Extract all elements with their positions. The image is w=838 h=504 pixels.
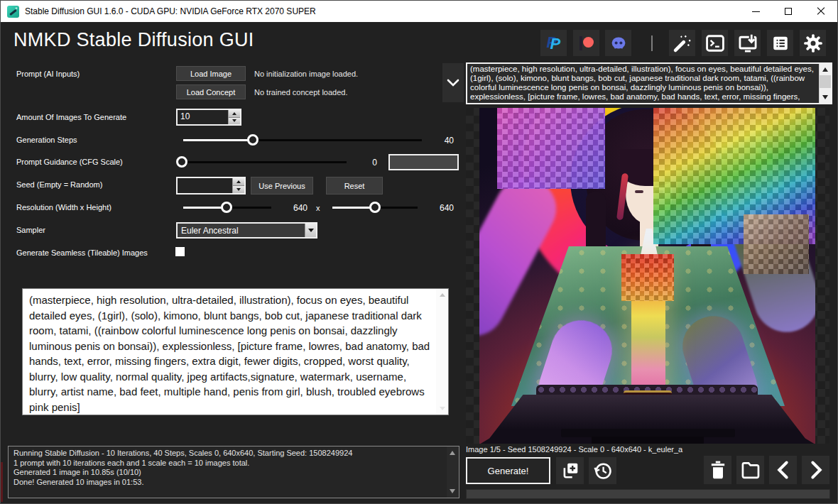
- down-arrow-icon: [232, 119, 236, 122]
- sampler-label: Sampler: [16, 226, 45, 234]
- prompt-history-box[interactable]: (masterpiece, high resolution, ultra-det…: [466, 62, 832, 104]
- history-scrollbar[interactable]: [819, 64, 831, 103]
- next-image-button[interactable]: [802, 456, 829, 484]
- sampler-dropdown[interactable]: Euler Ancestral: [176, 222, 317, 239]
- titlebar[interactable]: Stable Diffusion GUI 1.6.0 - CUDA GPU: N…: [1, 1, 837, 22]
- seed-spin-buttons: [232, 178, 244, 193]
- up-arrow-icon: [236, 180, 241, 183]
- cfg-slider[interactable]: [176, 156, 347, 168]
- prompt-scrollbar[interactable]: [436, 289, 448, 415]
- scroll-up-icon: [450, 451, 455, 455]
- up-arrow-icon: [232, 112, 236, 115]
- seed-value: [178, 178, 232, 193]
- copy-plus-icon: [561, 461, 579, 480]
- chevron-left-icon: [775, 460, 792, 480]
- steps-value: 40: [425, 136, 454, 146]
- seed-stepper[interactable]: [176, 177, 246, 195]
- dropdown-open-button[interactable]: [305, 224, 316, 237]
- generation-progress-bar: [466, 489, 830, 499]
- height-value: 640: [428, 203, 454, 213]
- steps-slider-thumb[interactable]: [247, 134, 259, 146]
- delete-image-button[interactable]: [704, 456, 731, 484]
- queue-list-icon: [771, 34, 790, 53]
- maximize-button[interactable]: [772, 1, 805, 22]
- height-slider[interactable]: [332, 202, 418, 214]
- image-info: Image 1/5 - Seed 1508249924 - Scale 0 - …: [466, 445, 682, 454]
- generated-image: [479, 108, 815, 444]
- scroll-up-icon: [440, 293, 445, 297]
- load-image-button[interactable]: Load Image: [176, 66, 246, 81]
- chevron-right-icon: [807, 460, 825, 480]
- paypal-icon: PP: [546, 35, 562, 52]
- minimize-button[interactable]: [739, 1, 772, 22]
- generate-button[interactable]: Generate!: [466, 457, 550, 484]
- model-download-icon: [738, 33, 758, 53]
- prompt-input[interactable]: (masterpiece, high resolution, ultra-det…: [22, 288, 449, 415]
- art-mosaic-top-left: [497, 108, 605, 189]
- cfg-value: 0: [352, 158, 377, 168]
- resolution-separator: x: [316, 204, 320, 212]
- height-track-filled: [332, 207, 375, 209]
- close-button[interactable]: [805, 1, 837, 22]
- scrollbar-thumb[interactable]: [820, 75, 831, 88]
- spin-down-button[interactable]: [229, 117, 240, 125]
- minimize-icon: [752, 11, 760, 12]
- log-scrollbar[interactable]: [447, 447, 459, 498]
- concept-status: No trained concept loaded.: [254, 88, 347, 97]
- discord-button[interactable]: [605, 30, 631, 56]
- post-process-button[interactable]: [669, 30, 695, 56]
- chevron-down-icon: [447, 79, 459, 87]
- maximize-icon: [785, 8, 792, 15]
- download-models-button[interactable]: [734, 30, 761, 56]
- log-line: 1 prompt with 10 iterations each and 1 s…: [13, 459, 442, 469]
- seamless-checkbox[interactable]: [175, 247, 185, 256]
- spin-up-button[interactable]: [229, 110, 240, 117]
- width-track-filled: [183, 207, 227, 209]
- history-button[interactable]: [589, 457, 616, 484]
- queue-button[interactable]: [767, 30, 793, 56]
- sampler-selected-value: Euler Ancestral: [178, 226, 305, 236]
- use-previous-seed-button[interactable]: Use Previous: [251, 177, 313, 195]
- log-line: Generated 1 image in 10.85s (10/10): [13, 468, 442, 478]
- patreon-button[interactable]: [573, 30, 599, 56]
- open-folder-button[interactable]: [736, 456, 764, 484]
- height-slider-thumb[interactable]: [369, 202, 381, 213]
- discord-icon: [610, 35, 627, 51]
- side-progress-sliver: [1, 462, 3, 502]
- collapse-panel-button[interactable]: [442, 63, 464, 102]
- cfg-label: Prompt Guidance (CFG Scale): [16, 158, 123, 166]
- art-mosaic-right: [744, 214, 809, 274]
- spin-down-button[interactable]: [233, 185, 244, 193]
- previous-image-button[interactable]: [769, 456, 797, 484]
- width-slider-thumb[interactable]: [221, 202, 232, 213]
- spin-up-button[interactable]: [233, 178, 244, 185]
- steps-track-filled: [183, 139, 253, 141]
- reset-seed-button[interactable]: Reset: [326, 177, 383, 195]
- trash-icon: [709, 460, 727, 480]
- load-concept-button[interactable]: Load Concept: [176, 84, 246, 99]
- steps-label: Generation Steps: [16, 136, 77, 144]
- image-viewer[interactable]: [466, 108, 829, 444]
- page-title: NMKD Stable Diffusion GUI: [13, 29, 254, 51]
- add-to-queue-button[interactable]: [556, 457, 584, 484]
- steps-slider[interactable]: [183, 134, 422, 146]
- seed-label: Seed (Empty = Random): [16, 180, 102, 189]
- console-icon: [705, 34, 725, 53]
- cfg-custom-scales-input[interactable]: [388, 154, 459, 170]
- history-clock-icon: [593, 461, 613, 481]
- resolution-label: Resolution (Width x Height): [16, 203, 111, 212]
- console-button[interactable]: [702, 30, 728, 56]
- art-eye-left: [635, 190, 643, 193]
- log-line: Done! Generated 10 images in 01:53.: [13, 478, 442, 488]
- settings-button[interactable]: [800, 30, 826, 56]
- height-track-empty: [375, 207, 418, 209]
- amount-label: Amount Of Images To Generate: [16, 113, 126, 121]
- log-output[interactable]: Running Stable Diffusion - 10 Iterations…: [8, 446, 459, 498]
- init-image-status: No initialization image loaded.: [254, 70, 358, 78]
- down-arrow-icon: [236, 188, 241, 191]
- amount-stepper[interactable]: 10: [176, 109, 241, 126]
- cfg-slider-thumb[interactable]: [176, 156, 187, 168]
- window-title: Stable Diffusion GUI 1.6.0 - CUDA GPU: N…: [25, 6, 316, 16]
- paypal-button[interactable]: PP: [540, 30, 567, 56]
- width-slider[interactable]: [183, 202, 271, 214]
